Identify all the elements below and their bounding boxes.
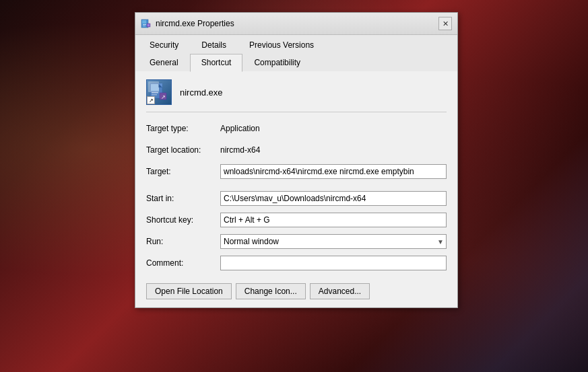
start-in-input[interactable] [220, 191, 447, 206]
tab-compatibility[interactable]: Compatibility [242, 54, 312, 71]
tab-details[interactable]: Details [190, 36, 238, 54]
svg-rect-11 [152, 94, 157, 96]
svg-rect-7 [151, 84, 159, 91]
svg-text:↗: ↗ [161, 94, 166, 100]
target-location-value: nircmd-x64 [220, 145, 260, 155]
svg-rect-5 [148, 24, 150, 26]
target-label: Target: [146, 167, 220, 176]
tab-general[interactable]: General [138, 54, 190, 71]
target-type-row: Target type: Application [146, 120, 447, 137]
comment-input[interactable] [220, 256, 447, 270]
open-file-location-button[interactable]: Open File Location [146, 283, 232, 299]
comment-row: Comment: [146, 255, 447, 271]
svg-rect-2 [143, 24, 146, 25]
file-header: ↗ ↗ nircmd.exe [146, 79, 447, 112]
tabs-row-1: Security Details Previous Versions [135, 35, 457, 54]
target-type-value: Application [220, 124, 260, 133]
comment-label: Comment: [146, 258, 220, 268]
target-location-row: Target location: nircmd-x64 [146, 142, 447, 158]
tabs-row-2: General Shortcut Compatibility [135, 54, 457, 71]
start-in-label: Start in: [146, 194, 220, 203]
svg-rect-1 [142, 20, 146, 24]
run-select[interactable]: Normal window Minimized Maximized [220, 234, 447, 249]
svg-rect-10 [152, 92, 158, 94]
advanced-button[interactable]: Advanced... [310, 283, 370, 299]
tab-shortcut[interactable]: Shortcut [190, 54, 243, 72]
shortcut-overlay-icon: ↗ [147, 96, 155, 104]
file-icon: ↗ ↗ [146, 79, 172, 105]
close-button[interactable]: ✕ [438, 17, 452, 30]
shortcut-key-label: Shortcut key: [146, 215, 220, 225]
shortcut-key-row: Shortcut key: [146, 212, 447, 228]
buttons-row: Open File Location Change Icon... Advanc… [146, 281, 447, 299]
dialog-title: nircmd.exe Properties [156, 19, 234, 28]
run-select-wrapper: Normal window Minimized Maximized ▼ [220, 234, 447, 249]
run-row: Run: Normal window Minimized Maximized ▼ [146, 233, 447, 250]
properties-dialog: nircmd.exe Properties ✕ Security Details… [135, 12, 458, 308]
dialog-content: ↗ ↗ nircmd.exe Target type: Application … [135, 71, 457, 307]
target-location-label: Target location: [146, 145, 220, 155]
change-icon-button[interactable]: Change Icon... [236, 283, 306, 299]
svg-rect-3 [143, 26, 145, 26]
run-label: Run: [146, 237, 220, 246]
tab-security[interactable]: Security [138, 36, 190, 54]
shortcut-key-input[interactable] [220, 213, 447, 227]
target-input[interactable] [220, 164, 447, 179]
start-in-row: Start in: [146, 190, 447, 207]
tab-previous-versions[interactable]: Previous Versions [238, 36, 325, 54]
target-type-label: Target type: [146, 124, 220, 133]
title-bar-left: nircmd.exe Properties [141, 18, 234, 29]
title-icon [141, 18, 152, 29]
file-name-label: nircmd.exe [180, 87, 223, 98]
target-row: Target: [146, 163, 447, 180]
title-bar: nircmd.exe Properties ✕ [135, 13, 457, 35]
